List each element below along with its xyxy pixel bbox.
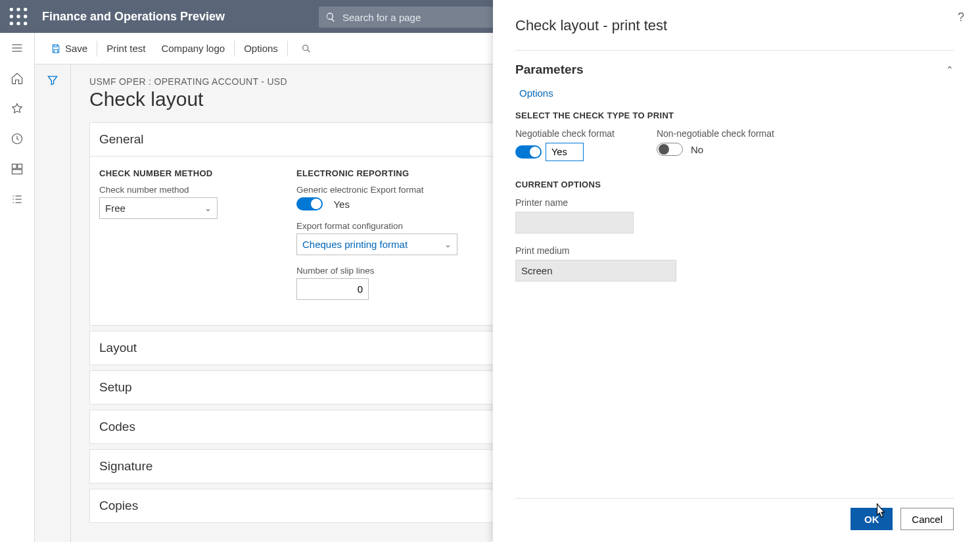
section-setup: Setup — [89, 370, 510, 405]
generic-export-label: Generic electronic Export format — [296, 185, 494, 195]
group-electronic-reporting: ELECTRONIC REPORTING — [296, 168, 494, 178]
section-copies-header[interactable]: Copies — [90, 489, 509, 522]
negotiable-label: Negotiable check format — [515, 128, 615, 139]
filter-icon[interactable] — [46, 74, 59, 542]
print-test-button[interactable]: Print test — [99, 33, 153, 64]
options-label: Options — [244, 43, 278, 54]
export-config-value: Cheques printing format — [302, 239, 408, 250]
generic-export-toggle[interactable] — [296, 197, 323, 210]
printer-name-field — [515, 212, 634, 234]
check-number-method-select[interactable]: Free ⌄ — [99, 197, 218, 219]
search-icon — [325, 12, 336, 22]
separator — [287, 41, 288, 57]
panel-title: Check layout - print test — [515, 17, 954, 34]
section-signature-header[interactable]: Signature — [90, 450, 509, 483]
svg-point-6 — [10, 22, 13, 25]
non-negotiable-toggle[interactable] — [657, 143, 683, 156]
section-codes: Codes — [89, 410, 510, 444]
section-general: General CHECK NUMBER METHOD Check number… — [89, 122, 510, 326]
parameters-header[interactable]: Parameters ⌃ — [515, 62, 954, 77]
svg-point-7 — [16, 22, 20, 25]
search-icon — [301, 43, 312, 54]
print-test-panel: ? Check layout - print test Parameters ⌃… — [493, 0, 980, 542]
svg-point-1 — [16, 8, 20, 11]
favorites-icon[interactable] — [10, 101, 24, 116]
separator — [97, 41, 97, 57]
company-logo-button[interactable]: Company logo — [153, 33, 233, 64]
waffle-icon[interactable] — [8, 6, 29, 27]
section-signature: Signature — [89, 449, 510, 483]
save-label: Save — [65, 43, 87, 54]
section-layout: Layout — [89, 331, 510, 365]
svg-point-5 — [24, 14, 27, 18]
global-search[interactable] — [319, 7, 493, 28]
svg-point-0 — [10, 8, 13, 11]
modules-icon[interactable] — [10, 192, 24, 207]
svg-point-22 — [302, 45, 308, 50]
svg-line-23 — [308, 50, 310, 52]
print-medium-label: Print medium — [515, 245, 954, 256]
export-config-select[interactable]: Cheques printing format ⌄ — [296, 234, 457, 255]
svg-point-4 — [16, 14, 20, 18]
non-negotiable-label: Non-negotiable check format — [657, 128, 774, 139]
section-setup-header[interactable]: Setup — [90, 371, 509, 404]
separator — [234, 41, 235, 57]
check-number-method-label: Check number method — [99, 185, 270, 195]
help-icon[interactable]: ? — [958, 11, 964, 24]
home-icon[interactable] — [10, 71, 24, 86]
ok-button[interactable]: OK — [851, 508, 893, 530]
chevron-down-icon: ⌄ — [204, 203, 212, 213]
nav-rail — [0, 33, 35, 542]
svg-point-3 — [10, 14, 13, 18]
negotiable-value[interactable]: Yes — [546, 143, 584, 161]
generic-export-value: Yes — [333, 199, 349, 210]
panel-options-link[interactable]: Options — [519, 87, 954, 99]
svg-rect-13 — [12, 164, 17, 169]
options-button[interactable]: Options — [236, 33, 286, 64]
svg-point-2 — [24, 8, 27, 11]
non-negotiable-value: No — [691, 144, 703, 155]
save-button[interactable]: Save — [43, 33, 95, 64]
negotiable-toggle[interactable] — [515, 145, 542, 159]
chevron-up-icon: ⌃ — [946, 64, 954, 75]
cancel-button[interactable]: Cancel — [900, 508, 954, 530]
section-copies: Copies — [89, 489, 510, 523]
current-options-header: CURRENT OPTIONS — [515, 180, 954, 189]
section-general-header[interactable]: General — [90, 123, 509, 157]
search-input[interactable] — [342, 12, 486, 23]
save-icon — [51, 43, 61, 54]
group-check-number: CHECK NUMBER METHOD — [99, 168, 270, 178]
section-codes-header[interactable]: Codes — [90, 410, 509, 443]
export-config-label: Export format configuration — [296, 221, 494, 231]
svg-rect-14 — [18, 164, 22, 169]
slip-lines-label: Number of slip lines — [296, 266, 494, 276]
printer-name-label: Printer name — [515, 197, 954, 208]
chevron-down-icon: ⌄ — [444, 239, 452, 249]
slip-lines-input[interactable] — [296, 278, 369, 300]
find-button[interactable] — [293, 33, 323, 64]
filter-rail — [35, 64, 71, 542]
svg-point-8 — [24, 22, 27, 25]
select-check-type-header: SELECT THE CHECK TYPE TO PRINT — [515, 111, 954, 120]
divider — [515, 50, 954, 51]
hamburger-icon[interactable] — [10, 41, 24, 55]
workspaces-icon[interactable] — [10, 162, 24, 176]
panel-footer: OK Cancel — [515, 498, 954, 542]
parameters-title: Parameters — [515, 62, 584, 77]
print-test-label: Print test — [106, 43, 145, 54]
check-number-method-value: Free — [105, 203, 126, 214]
company-logo-label: Company logo — [161, 43, 225, 54]
svg-rect-15 — [12, 170, 22, 174]
print-medium-field: Screen — [515, 260, 676, 282]
section-layout-header[interactable]: Layout — [90, 332, 509, 364]
recent-icon[interactable] — [10, 132, 24, 146]
app-title: Finance and Operations Preview — [42, 10, 225, 24]
